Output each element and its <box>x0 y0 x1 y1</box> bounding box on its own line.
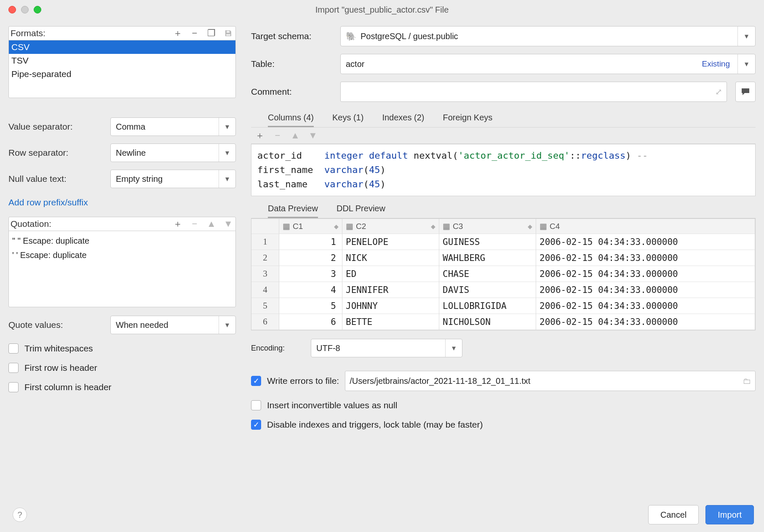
null-value-combo[interactable]: Empty string ▾ <box>110 170 236 188</box>
quotation-line-1[interactable]: ' ' Escape: duplicate <box>12 248 232 262</box>
encoding-combo[interactable]: UTF-8 ▾ <box>311 339 462 357</box>
tab-data-preview[interactable]: Data Preview <box>268 204 318 218</box>
cell-c1[interactable]: 4 <box>279 282 342 298</box>
data-preview-grid[interactable]: ▦C1◆ ▦C2◆ ▦C3◆ ▦C4 11PENELOPEGUINESS2006… <box>251 218 756 330</box>
cell-c4[interactable]: 2006-02-15 04:34:33.000000 <box>536 282 755 298</box>
format-item-tsv[interactable]: TSV <box>9 54 235 67</box>
right-panel: Target schema: 🐘 PostgreSQL / guest.publ… <box>251 26 756 497</box>
col-header-c3[interactable]: ▦C3◆ <box>439 219 536 234</box>
insert-null-label: Insert inconvertible values as null <box>267 400 397 410</box>
formats-box: Formats: ＋ − ❐ CSV TSV Pipe-separated <box>8 26 236 98</box>
add-row-prefix-suffix-link[interactable]: Add row prefix/suffix <box>8 197 236 207</box>
first-col-header-checkbox[interactable] <box>8 382 19 392</box>
move-down-icon[interactable]: ▼ <box>308 131 318 140</box>
quote-values-combo[interactable]: When needed ▾ <box>110 316 236 334</box>
cancel-button[interactable]: Cancel <box>648 505 699 524</box>
insert-null-checkbox[interactable] <box>251 400 261 410</box>
chevron-down-icon: ▾ <box>219 316 235 334</box>
value-separator-value: Comma <box>111 122 219 132</box>
write-errors-checkbox[interactable]: ✓ <box>251 376 261 386</box>
col-header-c4[interactable]: ▦C4 <box>536 219 755 234</box>
cell-c3[interactable]: CHASE <box>439 266 536 282</box>
columns-ddl[interactable]: actor_id integer default nextval('actor_… <box>251 144 756 196</box>
col-header-c2[interactable]: ▦C2◆ <box>342 219 439 234</box>
trim-whitespaces-checkbox[interactable] <box>8 343 19 354</box>
folder-icon[interactable]: 🗀 <box>743 376 751 386</box>
row-separator-value: Newline <box>111 148 219 158</box>
cell-c2[interactable]: JOHNNY <box>342 298 439 314</box>
cell-c3[interactable]: WAHLBERG <box>439 250 536 266</box>
cell-c4[interactable]: 2006-02-15 04:34:33.000000 <box>536 234 755 250</box>
save-format-icon[interactable] <box>224 29 233 38</box>
help-button[interactable]: ? <box>13 508 27 522</box>
cell-c2[interactable]: JENNIFER <box>342 282 439 298</box>
move-up-icon[interactable]: ▲ <box>207 219 216 229</box>
cell-c2[interactable]: BETTE <box>342 314 439 330</box>
chevron-down-icon: ▾ <box>737 54 755 74</box>
tab-foreign-keys[interactable]: Foreign Keys <box>443 113 492 127</box>
tab-columns[interactable]: Columns (4) <box>268 113 314 127</box>
cell-c1[interactable]: 6 <box>279 314 342 330</box>
tab-indexes[interactable]: Indexes (2) <box>382 113 424 127</box>
cell-c3[interactable]: NICHOLSON <box>439 314 536 330</box>
cell-c1[interactable]: 1 <box>279 234 342 250</box>
target-schema-combo[interactable]: 🐘 PostgreSQL / guest.public ▾ <box>340 26 756 46</box>
cell-c4[interactable]: 2006-02-15 04:34:33.000000 <box>536 314 755 330</box>
cell-c4[interactable]: 2006-02-15 04:34:33.000000 <box>536 298 755 314</box>
table-row[interactable]: 11PENELOPEGUINESS2006-02-15 04:34:33.000… <box>251 234 755 250</box>
cell-c4[interactable]: 2006-02-15 04:34:33.000000 <box>536 250 755 266</box>
format-item-pipe[interactable]: Pipe-separated <box>9 67 235 81</box>
close-window-button[interactable] <box>8 6 16 13</box>
comment-extra-button[interactable] <box>735 82 756 102</box>
table-existing-badge: Existing <box>699 59 732 69</box>
cell-c1[interactable]: 3 <box>279 266 342 282</box>
import-button[interactable]: Import <box>705 505 754 524</box>
cell-c4[interactable]: 2006-02-15 04:34:33.000000 <box>536 266 755 282</box>
table-row[interactable]: 22NICKWAHLBERG2006-02-15 04:34:33.000000 <box>251 250 755 266</box>
comment-input[interactable]: ⤢ <box>340 82 727 102</box>
add-column-icon[interactable]: ＋ <box>255 131 264 140</box>
encoding-label: Encoding: <box>251 344 306 353</box>
cell-c1[interactable]: 2 <box>279 250 342 266</box>
add-quotation-icon[interactable]: ＋ <box>173 219 182 229</box>
first-row-header-checkbox[interactable] <box>8 363 19 373</box>
remove-column-icon[interactable]: − <box>273 131 282 140</box>
dialog-window: Import "guest_public_actor.csv" File For… <box>0 0 764 532</box>
table-row[interactable]: 55JOHNNYLOLLOBRIGIDA2006-02-15 04:34:33.… <box>251 298 755 314</box>
formats-heading: Formats: <box>11 28 45 38</box>
format-item-csv[interactable]: CSV <box>9 40 235 54</box>
cell-c3[interactable]: LOLLOBRIGIDA <box>439 298 536 314</box>
cell-c3[interactable]: GUINESS <box>439 234 536 250</box>
write-errors-path-value: /Users/jetbrains/actor_2021-11-18_12_01_… <box>350 376 530 386</box>
disable-indexes-checkbox[interactable]: ✓ <box>251 420 261 430</box>
cell-c1[interactable]: 5 <box>279 298 342 314</box>
remove-format-icon[interactable]: − <box>190 29 199 38</box>
cell-c3[interactable]: DAVIS <box>439 282 536 298</box>
col-header-c1[interactable]: ▦C1◆ <box>279 219 342 234</box>
tab-keys[interactable]: Keys (1) <box>332 113 363 127</box>
move-up-icon[interactable]: ▲ <box>291 131 300 140</box>
cell-c2[interactable]: ED <box>342 266 439 282</box>
quotation-list[interactable]: " " Escape: duplicate ' ' Escape: duplic… <box>9 231 235 307</box>
table-row[interactable]: 33EDCHASE2006-02-15 04:34:33.000000 <box>251 266 755 282</box>
trim-whitespaces-label: Trim whitespaces <box>24 343 93 354</box>
move-down-icon[interactable]: ▼ <box>224 219 233 229</box>
write-errors-path-input[interactable]: /Users/jetbrains/actor_2021-11-18_12_01_… <box>345 371 756 391</box>
add-format-icon[interactable]: ＋ <box>173 29 182 38</box>
cell-c2[interactable]: NICK <box>342 250 439 266</box>
row-separator-combo[interactable]: Newline ▾ <box>110 144 236 162</box>
table-combo[interactable]: actor Existing ▾ <box>340 54 756 74</box>
tab-ddl-preview[interactable]: DDL Preview <box>337 204 385 218</box>
expand-icon[interactable]: ⤢ <box>715 87 722 97</box>
minimize-window-button[interactable] <box>21 6 29 13</box>
svg-rect-0 <box>227 31 230 33</box>
formats-list[interactable]: CSV TSV Pipe-separated <box>9 40 235 98</box>
copy-format-icon[interactable]: ❐ <box>207 29 216 38</box>
quotation-line-0[interactable]: " " Escape: duplicate <box>12 234 232 248</box>
table-row[interactable]: 44JENNIFERDAVIS2006-02-15 04:34:33.00000… <box>251 282 755 298</box>
remove-quotation-icon[interactable]: − <box>190 219 199 229</box>
table-row[interactable]: 66BETTENICHOLSON2006-02-15 04:34:33.0000… <box>251 314 755 330</box>
zoom-window-button[interactable] <box>34 6 41 13</box>
cell-c2[interactable]: PENELOPE <box>342 234 439 250</box>
value-separator-combo[interactable]: Comma ▾ <box>110 117 236 136</box>
